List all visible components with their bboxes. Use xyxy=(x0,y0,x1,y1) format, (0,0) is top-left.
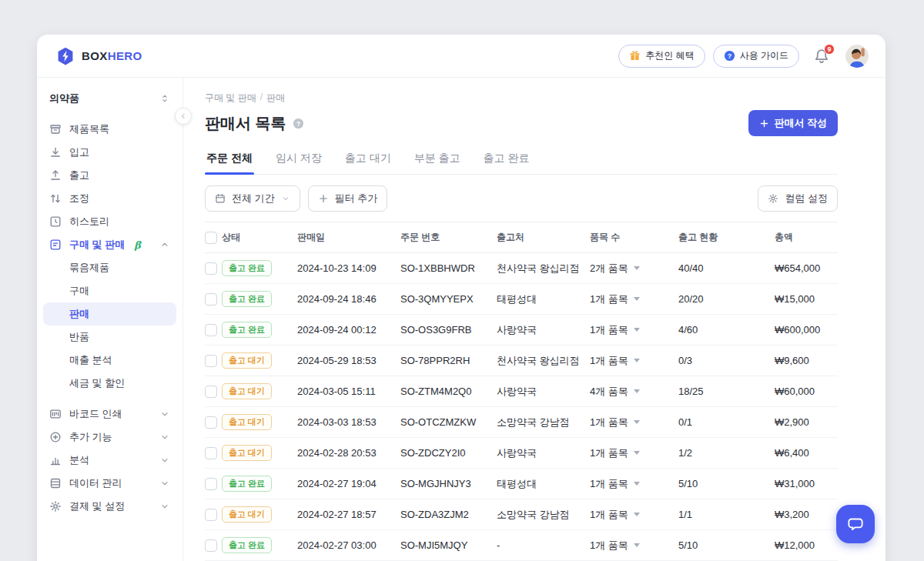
chat-launcher-button[interactable] xyxy=(836,505,875,543)
sidebar-item-barcode-print[interactable]: 바코드 인쇄 xyxy=(37,402,182,426)
total-amount: ₩3,200 xyxy=(775,509,838,520)
status-badge: 출고 대기 xyxy=(222,445,272,461)
calendar-icon xyxy=(215,193,226,204)
sidebar-item-data-management[interactable]: 데이터 관리 xyxy=(37,472,182,495)
fulfillment-status: 4/60 xyxy=(678,324,775,336)
table-row[interactable]: 출고 완료2024-02-27 03:00SO-MJI5MJQY-1개 품목5/… xyxy=(205,530,838,561)
period-filter-label: 전체 기간 xyxy=(232,192,275,205)
item-count-dropdown[interactable]: 1개 품목 xyxy=(590,446,640,460)
sidebar-item-label: 매출 분석 xyxy=(69,353,112,367)
breadcrumb-current: 판매 xyxy=(266,92,285,105)
fulfillment-status: 5/10 xyxy=(678,539,775,551)
row-checkbox[interactable] xyxy=(205,447,217,459)
item-count-dropdown[interactable]: 1개 품목 xyxy=(590,354,640,368)
history-icon xyxy=(49,215,62,228)
avatar[interactable] xyxy=(845,45,869,68)
table-row[interactable]: 출고 대기2024-02-27 18:57SO-ZDA3ZJM2소망약국 강남점… xyxy=(205,499,838,530)
sidebar-item-purchase-sales[interactable]: 구매 및 판매β xyxy=(37,233,182,256)
chat-bubble-icon xyxy=(845,514,865,534)
row-checkbox[interactable] xyxy=(205,386,217,398)
table-row[interactable]: 출고 완료2024-02-27 19:04SO-MGJHNJY3태평성대1개 품… xyxy=(205,469,838,499)
sidebar-item-stock-in[interactable]: 입고 xyxy=(37,141,182,164)
row-checkbox[interactable] xyxy=(205,416,217,429)
tab-drafts[interactable]: 임시 저장 xyxy=(274,145,323,174)
gift-icon xyxy=(629,50,641,62)
sidebar-item-tax-discount[interactable]: 세금 및 할인 xyxy=(37,372,182,395)
svg-text:?: ? xyxy=(296,119,300,127)
chevron-down-icon xyxy=(159,455,170,466)
row-checkbox[interactable] xyxy=(205,262,217,275)
sidebar-item-analytics[interactable]: 분석 xyxy=(37,449,182,472)
period-filter-dropdown[interactable]: 전체 기간 xyxy=(205,185,300,212)
tab-shipped[interactable]: 출고 완료 xyxy=(482,145,531,174)
row-checkbox[interactable] xyxy=(205,324,217,336)
column-header: 판매일 xyxy=(297,231,400,244)
sidebar-item-label: 입고 xyxy=(69,145,89,159)
item-count-label: 1개 품목 xyxy=(590,323,628,337)
notifications-button[interactable]: 9 xyxy=(813,48,830,65)
sidebar-item-sales[interactable]: 판매 xyxy=(43,302,176,326)
plus-icon xyxy=(318,193,329,204)
caret-down-icon xyxy=(634,359,640,362)
item-count-dropdown[interactable]: 1개 품목 xyxy=(590,477,640,491)
sidebar-item-sales-analysis[interactable]: 매출 분석 xyxy=(37,349,182,372)
select-all-checkbox[interactable] xyxy=(205,232,217,244)
fulfillment-status: 40/40 xyxy=(678,262,775,274)
breadcrumb: 구매 및 판매 판매 xyxy=(205,92,838,105)
create-sale-button[interactable]: 판매서 작성 xyxy=(748,110,838,136)
breadcrumb-parent[interactable]: 구매 및 판매 xyxy=(205,92,256,105)
column-header: 출고처 xyxy=(497,231,590,244)
sidebar-collapse-button[interactable] xyxy=(175,108,192,125)
tab-pending-shipment[interactable]: 출고 대기 xyxy=(343,145,393,174)
destination: 천사약국 왕십리점 xyxy=(497,262,590,275)
row-checkbox[interactable] xyxy=(205,539,217,552)
table-row[interactable]: 출고 대기2024-05-29 18:53SO-78PPR2RH천사약국 왕십리… xyxy=(205,346,838,376)
sidebar-item-returns[interactable]: 반품 xyxy=(37,326,182,349)
breadcrumb-separator xyxy=(260,92,263,105)
sidebar-item-bundle-products[interactable]: 묶음제품 xyxy=(37,256,182,279)
tab-partial-shipment[interactable]: 부분 출고 xyxy=(413,145,462,174)
add-filter-button[interactable]: 필터 추가 xyxy=(308,185,388,212)
row-checkbox[interactable] xyxy=(205,293,217,306)
total-amount: ₩60,000 xyxy=(775,386,838,397)
sidebar-item-history[interactable]: 히스토리 xyxy=(37,210,182,233)
item-count-dropdown[interactable]: 1개 품목 xyxy=(590,323,640,337)
row-checkbox[interactable] xyxy=(205,478,217,490)
sale-date: 2024-10-23 14:09 xyxy=(297,262,400,274)
table-row[interactable]: 출고 완료2024-10-23 14:09SO-1XBBHWDR천사약국 왕십리… xyxy=(205,253,838,284)
status-badge: 출고 완료 xyxy=(222,260,272,276)
sidebar-item-add-features[interactable]: 추가 기능 xyxy=(37,426,182,449)
table-row[interactable]: 출고 완료2024-09-24 00:12SO-OS3G9FRB사랑약국1개 품… xyxy=(205,315,838,346)
sidebar-item-label: 데이터 관리 xyxy=(69,476,122,490)
sale-date: 2024-02-27 19:04 xyxy=(297,478,400,489)
sidebar-item-product-list[interactable]: 제품목록 xyxy=(37,118,182,141)
item-count-dropdown[interactable]: 1개 품목 xyxy=(590,416,640,429)
row-checkbox[interactable] xyxy=(205,509,217,521)
sidebar-item-stock-out[interactable]: 출고 xyxy=(37,164,182,187)
item-count-dropdown[interactable]: 1개 품목 xyxy=(590,539,640,553)
tab-all-orders[interactable]: 주문 전체 xyxy=(205,145,254,174)
item-count-dropdown[interactable]: 4개 품목 xyxy=(590,385,640,399)
boxhero-logo[interactable]: BOXHERO xyxy=(55,46,142,66)
sidebar-item-payment-settings[interactable]: 결제 및 설정 xyxy=(37,495,182,518)
sidebar-item-adjust[interactable]: 조정 xyxy=(37,187,182,210)
table-row[interactable]: 출고 대기2024-02-28 20:53SO-ZDCZY2I0사랑약국1개 품… xyxy=(205,438,838,469)
sidebar-item-purchase[interactable]: 구매 xyxy=(37,279,182,302)
table-row[interactable]: 출고 완료2024-09-24 18:46SO-3QMYYEPX태평성대1개 품… xyxy=(205,284,838,315)
sidebar-item-label: 구매 및 판매 xyxy=(69,238,125,252)
table-row[interactable]: 출고 대기2024-03-05 15:11SO-ZTM4M2Q0사랑약국4개 품… xyxy=(205,376,838,407)
column-settings-button[interactable]: 컬럼 설정 xyxy=(758,185,838,212)
item-count-dropdown[interactable]: 2개 품목 xyxy=(590,262,640,275)
item-count-dropdown[interactable]: 1개 품목 xyxy=(590,508,640,522)
item-count-dropdown[interactable]: 1개 품목 xyxy=(590,292,640,306)
sidebar-item-label: 구매 xyxy=(69,284,89,298)
sidebar-item-label: 세금 및 할인 xyxy=(69,376,125,390)
order-number: SO-MGJHNJY3 xyxy=(400,478,497,489)
user-guide-button[interactable]: ? 사용 가이드 xyxy=(713,45,799,68)
table-row[interactable]: 출고 대기2024-03-03 18:53SO-OTCZMZKW소망약국 강남점… xyxy=(205,407,838,438)
help-icon[interactable]: ? xyxy=(293,118,304,129)
row-checkbox[interactable] xyxy=(205,355,217,367)
referral-benefits-button[interactable]: 추천인 혜택 xyxy=(618,45,705,68)
app-body: 의약품 제품목록입고출고조정히스토리구매 및 판매β묶음제품구매판매반품매출 분… xyxy=(37,78,886,561)
workspace-selector[interactable]: 의약품 xyxy=(37,84,182,118)
